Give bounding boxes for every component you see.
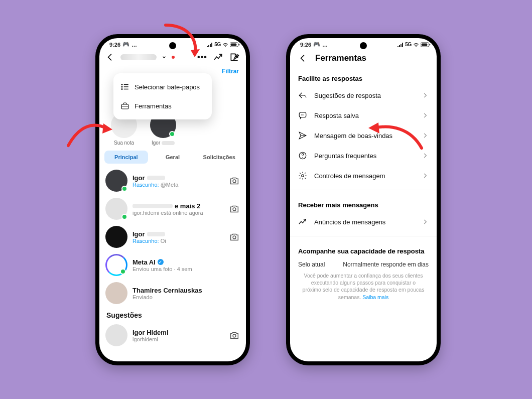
menu-tools[interactable]: Ferramentas [113, 96, 212, 115]
svg-rect-12 [422, 43, 428, 46]
status-more-icon: … [131, 42, 137, 48]
chat-name: Meta AI [132, 258, 156, 266]
phone-right: 9:26 🎮 … 5G Ferramentas Facilite as resp… [286, 34, 441, 365]
capacity-row: Selo atual Normalmente responde em dias [290, 258, 437, 268]
status-app-icon: 🎮 [313, 41, 320, 48]
menu-select-chats[interactable]: Selecionar bate-papos [113, 77, 212, 96]
back-button[interactable] [297, 53, 308, 64]
chevron-right-icon [422, 172, 429, 179]
chat-name: Igor [132, 174, 145, 182]
tool-label: Anúncios de mensagens [314, 218, 415, 226]
list-icon [120, 82, 129, 91]
camera-icon[interactable] [229, 203, 240, 214]
filter-link[interactable]: Filtrar [222, 68, 239, 75]
network-label: 5G [214, 42, 221, 47]
svg-point-10 [233, 334, 236, 337]
group-title-facilitate: Facilite as respostas [290, 68, 437, 85]
battery-icon [230, 42, 240, 47]
verified-badge-icon [158, 259, 164, 265]
svg-point-5 [121, 88, 123, 90]
camera-icon[interactable] [229, 175, 240, 186]
trend-up-icon [298, 217, 307, 226]
tool-label: Sugestões de resposta [314, 92, 415, 99]
menu-item-label: Ferramentas [135, 102, 172, 110]
annotation-arrow-1 [151, 20, 206, 65]
page-title: Ferramentas [315, 53, 366, 63]
suggestion-item[interactable]: Igor Hidemi igorhidemi [99, 321, 246, 349]
insights-button[interactable] [213, 52, 224, 63]
chat-item[interactable]: Thamires Cerniauskas Enviado [99, 279, 246, 307]
chat-list[interactable]: Igor Rascunho: @Meta e mais 2 igor.hidem… [99, 167, 246, 307]
chat-item[interactable]: Igor Rascunho: @Meta [99, 167, 246, 195]
svg-rect-6 [121, 104, 128, 109]
svg-point-3 [121, 84, 123, 85]
svg-rect-13 [430, 44, 431, 45]
draft-label: Rascunho: [132, 238, 159, 244]
chat-sub: Enviado [132, 294, 240, 300]
story-name: Igor [152, 140, 160, 146]
divider [290, 236, 437, 236]
annotation-arrow-2 [64, 110, 119, 151]
signal-icon [207, 42, 213, 47]
back-button[interactable] [104, 52, 115, 63]
svg-point-19 [302, 157, 303, 158]
status-time: 9:26 [109, 42, 120, 48]
tool-label: Controles de mensagem [314, 172, 415, 180]
svg-point-8 [233, 208, 236, 211]
camera-punchhole [360, 42, 367, 49]
tab-requests[interactable]: Solicitações [197, 151, 241, 164]
inbox-tabs: Principal Geral Solicitações [99, 149, 246, 167]
chat-item[interactable]: Meta AI Enviou uma foto · 4 sem [99, 251, 246, 279]
suggestions-title: Sugestões [99, 307, 246, 321]
camera-icon[interactable] [229, 330, 240, 341]
annotation-arrow-3 [360, 115, 426, 156]
svg-point-15 [301, 114, 302, 115]
svg-point-17 [304, 114, 305, 115]
battery-icon [421, 42, 431, 47]
chat-name: Igor [132, 230, 145, 238]
wifi-icon [222, 42, 228, 47]
chat-item[interactable]: Igor Rascunho: Oi [99, 223, 246, 251]
tool-message-ads[interactable]: Anúncios de mensagens [290, 212, 437, 232]
chat-suffix: e mais 2 [175, 202, 200, 210]
toolbox-icon [120, 101, 129, 110]
svg-point-16 [302, 114, 303, 115]
draft-body: Oi [161, 238, 166, 244]
tab-primary[interactable]: Principal [104, 151, 148, 164]
group-title-capacity: Acompanhe sua capacidade de resposta [290, 240, 437, 258]
tab-general[interactable]: Geral [151, 151, 195, 164]
status-app-icon: 🎮 [122, 41, 129, 48]
status-more-icon: … [322, 42, 328, 48]
chat-item[interactable]: e mais 2 igor.hidemi está online agora [99, 195, 246, 223]
network-label: 5G [405, 42, 412, 47]
menu-item-label: Selecionar bate-papos [135, 83, 200, 91]
chevron-right-icon [422, 92, 429, 99]
svg-point-20 [302, 175, 304, 177]
chevron-right-icon [422, 218, 429, 225]
svg-point-4 [121, 86, 123, 88]
svg-point-9 [233, 236, 236, 239]
online-dot-icon [121, 214, 127, 220]
chat-bubble-icon [298, 111, 307, 120]
tools-header: Ferramentas [290, 49, 437, 68]
chat-name: Thamires Cerniauskas [132, 287, 202, 294]
wifi-icon [413, 42, 419, 47]
learn-more-link[interactable]: Saiba mais [362, 294, 388, 300]
camera-icon[interactable] [229, 231, 240, 242]
svg-rect-2 [239, 44, 240, 45]
draft-body: @Meta [161, 182, 179, 188]
tool-reply-suggestions[interactable]: Sugestões de resposta [290, 85, 437, 105]
svg-rect-1 [231, 43, 237, 46]
divider [290, 190, 437, 190]
online-dot-icon [120, 269, 126, 275]
suggestion-name: Igor Hidemi [132, 329, 169, 336]
chat-sub: igor.hidemi está online agora [132, 210, 224, 216]
suggestion-handle: igorhidemi [132, 336, 224, 342]
tool-message-controls[interactable]: Controles de mensagem [290, 166, 437, 186]
group-title-receive: Receber mais mensagens [290, 194, 437, 212]
phone-left: 9:26 🎮 … 5G ••• [95, 34, 250, 365]
chat-sub: Enviou uma foto · 4 sem [132, 266, 240, 272]
compose-button[interactable] [229, 52, 240, 63]
capacity-message: Você pode aumentar a confiança dos seus … [290, 268, 437, 301]
capacity-current-label: Selo atual [298, 261, 325, 268]
